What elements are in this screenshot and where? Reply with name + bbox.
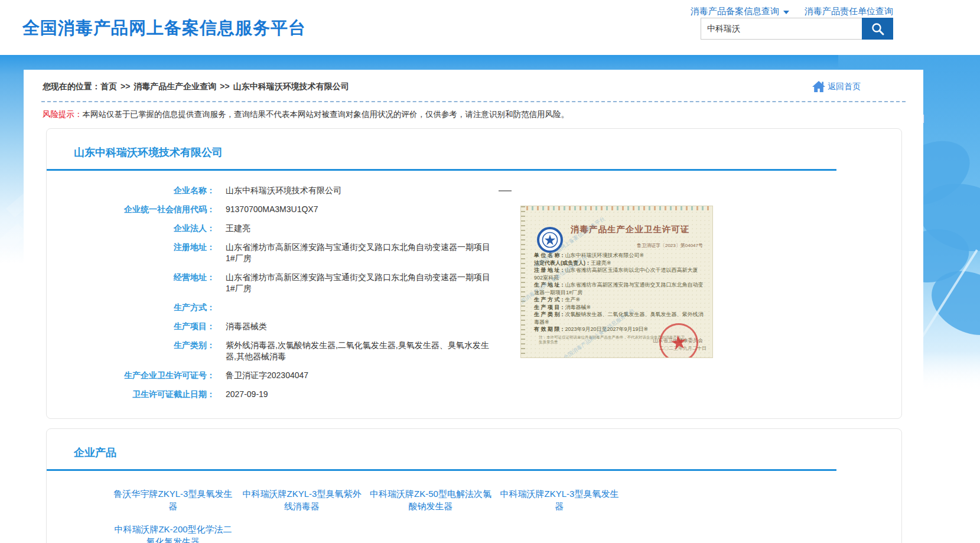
certificate-line: 生 产 项 目：消毒器械※ bbox=[534, 304, 706, 311]
top-nav-link[interactable]: 消毒产品责任单位查询 bbox=[805, 6, 893, 17]
field-row: 生产类别：紫外线消毒器,次氯酸钠发生器,二氧化氯发生器,臭氧发生器、臭氧水发生器… bbox=[47, 340, 901, 362]
top-nav: 消毒产品备案信息查询消毒产品责任单位查询 bbox=[691, 6, 893, 17]
risk-text: 本网站仅基于已掌握的信息提供查询服务，查询结果不代表本网站对被查询对象信用状况的… bbox=[83, 110, 569, 119]
field-value: 山东中科瑞沃环境技术有限公司 bbox=[226, 185, 341, 196]
certificate-line: 法定代表人(或负责人)：王建亮※ bbox=[534, 259, 706, 267]
field-label: 生产类别： bbox=[47, 340, 215, 362]
field-row: 卫生许可证截止日期：2027-09-19 bbox=[47, 389, 901, 400]
title-underline bbox=[47, 169, 836, 171]
field-row: 注册地址：山东省潍坊市高新区潍安路与宝通街交叉路口东北角自动变速器一期项目1#厂… bbox=[47, 242, 901, 264]
field-row: 生产项目：消毒器械类 bbox=[47, 321, 901, 332]
field-label: 企业名称： bbox=[47, 185, 215, 196]
certificate-line: 注 册 地 址：山东省潍坊高新区玉清东街以北中心次干道以西高新大厦902室科苑 bbox=[534, 266, 706, 281]
search-button[interactable] bbox=[862, 18, 893, 40]
breadcrumb-item: 消毒产品生产企业查询 bbox=[134, 82, 216, 91]
field-row: 生产企业卫生许可证号：鲁卫消证字202304047 bbox=[47, 370, 901, 381]
field-row: 企业法人：王建亮 bbox=[47, 223, 901, 234]
certificate-line: 生 产 方 式：生产※ bbox=[534, 296, 706, 304]
certificate-title: 消毒产品生产企业卫生许可证 bbox=[571, 224, 706, 235]
breadcrumb: 您现在的位置：首页>>消毒产品生产企业查询>>山东中科瑞沃环境技术有限公司 bbox=[43, 82, 349, 92]
product-link[interactable]: 鲁沃华宇牌ZKYL-3型臭氧发生器 bbox=[110, 487, 236, 512]
certificate-line: 生 产 地 址：山东省潍坊市高新区潍安路与宝通街交叉路口东北角自动变速器一期项目… bbox=[534, 281, 706, 296]
company-card-title: 山东中科瑞沃环境技术有限公司 bbox=[74, 145, 901, 160]
company-fields: 企业名称：山东中科瑞沃环境技术有限公司企业统一社会信用代码：91370700MA… bbox=[47, 185, 901, 400]
search-icon bbox=[870, 21, 885, 37]
national-emblem-icon bbox=[536, 226, 564, 253]
field-row: 经营地址：山东省潍坊市高新区潍安路与宝通街交叉路口东北角自动变速器一期项目1#厂… bbox=[47, 272, 901, 294]
field-label: 卫生许可证截止日期： bbox=[47, 389, 215, 400]
company-card: 山东中科瑞沃环境技术有限公司 企业名称：山东中科瑞沃环境技术有限公司企业统一社会… bbox=[46, 128, 902, 419]
certificate-perforation bbox=[521, 206, 525, 357]
top-nav-link[interactable]: 消毒产品备案信息查询 bbox=[691, 6, 789, 17]
field-row: 企业名称：山东中科瑞沃环境技术有限公司 bbox=[47, 185, 901, 196]
field-label: 生产方式： bbox=[47, 302, 215, 313]
risk-notice: 风险提示：本网站仅基于已掌握的信息提供查询服务，查询结果不代表本网站对被查询对象… bbox=[43, 109, 904, 120]
field-value: 91370700MA3M3U1QX7 bbox=[226, 204, 318, 215]
field-value: 紫外线消毒器,次氯酸钠发生器,二氧化氯发生器,臭氧发生器、臭氧水发生器,其他器械… bbox=[226, 340, 497, 362]
field-value: 山东省潍坊市高新区潍安路与宝通街交叉路口东北角自动变速器一期项目1#厂房 bbox=[226, 242, 497, 264]
product-list: 鲁沃华宇牌ZKYL-3型臭氧发生器中科瑞沃牌ZKYL-3型臭氧紫外线消毒器中科瑞… bbox=[110, 487, 901, 543]
product-link[interactable]: 中科瑞沃牌ZK-50型电解法次氯酸钠发生器 bbox=[368, 487, 493, 512]
breadcrumb-separator: >> bbox=[121, 82, 130, 91]
breadcrumb-item: 首页 bbox=[100, 82, 117, 91]
search-bar bbox=[701, 18, 893, 40]
back-home-label: 返回首页 bbox=[828, 82, 861, 92]
home-icon bbox=[812, 80, 826, 93]
certificate-lines: 单 位 名 称：山东中科瑞沃环境技术有限公司※法定代表人(或负责人)：王建亮※注… bbox=[534, 252, 706, 333]
products-card: 企业产品 鲁沃华宇牌ZKYL-3型臭氧发生器中科瑞沃牌ZKYL-3型臭氧紫外线消… bbox=[46, 428, 902, 543]
field-row: 企业统一社会信用代码：91370700MA3M3U1QX7 bbox=[47, 204, 901, 215]
risk-label: 风险提示： bbox=[43, 110, 83, 119]
search-input[interactable] bbox=[701, 18, 862, 40]
field-label: 生产项目： bbox=[47, 321, 215, 332]
breadcrumb-separator: >> bbox=[220, 82, 229, 91]
products-card-title: 企业产品 bbox=[74, 446, 901, 460]
field-value: 2027-09-19 bbox=[226, 389, 268, 400]
certificate-border-pattern bbox=[521, 206, 712, 210]
field-value: 消毒器械类 bbox=[226, 321, 267, 332]
breadcrumb-row: 您现在的位置：首页>>消毒产品生产企业查询>>山东中科瑞沃环境技术有限公司 返回… bbox=[24, 80, 923, 93]
site-title: 全国消毒产品网上备案信息服务平台 bbox=[22, 17, 306, 40]
product-link[interactable]: 中科瑞沃牌ZKYL-3型臭氧紫外线消毒器 bbox=[239, 487, 364, 512]
site-header: 全国消毒产品网上备案信息服务平台 消毒产品备案信息查询消毒产品责任单位查询 bbox=[0, 0, 980, 55]
page: O OH 全国消毒产品网上备案信息服务平台 消毒产品备案信息查询消毒产品责任单位… bbox=[0, 0, 980, 543]
chevron-down-icon bbox=[783, 11, 789, 14]
dash-mark bbox=[499, 190, 512, 191]
field-value: 山东省潍坊市高新区潍安路与宝通街交叉路口东北角自动变速器一期项目1#厂房 bbox=[226, 272, 497, 294]
main-panel: 您现在的位置：首页>>消毒产品生产企业查询>>山东中科瑞沃环境技术有限公司 返回… bbox=[24, 70, 923, 543]
field-label: 生产企业卫生许可证号： bbox=[47, 370, 215, 381]
breadcrumb-prefix: 您现在的位置： bbox=[43, 82, 100, 91]
field-label: 注册地址： bbox=[47, 242, 215, 264]
field-row: 生产方式： bbox=[47, 302, 901, 313]
field-label: 经营地址： bbox=[47, 272, 215, 294]
certificate-image: 消毒产品生产企业卫生许可证 鲁卫消证字〔2023〕第04047号 单 位 名 称… bbox=[520, 206, 713, 358]
dashed-divider bbox=[41, 101, 906, 102]
product-link[interactable]: 中科瑞沃牌ZK-200型化学法二氧化氯发生器 bbox=[110, 523, 236, 543]
product-link[interactable]: 中科瑞沃牌ZKYL-3型臭氧发生器 bbox=[497, 487, 622, 512]
field-value: 鲁卫消证字202304047 bbox=[226, 370, 308, 381]
field-value: 王建亮 bbox=[226, 223, 250, 234]
field-label: 企业统一社会信用代码： bbox=[47, 204, 215, 215]
title-underline bbox=[47, 469, 836, 471]
field-label: 企业法人： bbox=[47, 223, 215, 234]
back-home-link[interactable]: 返回首页 bbox=[812, 80, 861, 93]
breadcrumb-item: 山东中科瑞沃环境技术有限公司 bbox=[233, 82, 349, 91]
